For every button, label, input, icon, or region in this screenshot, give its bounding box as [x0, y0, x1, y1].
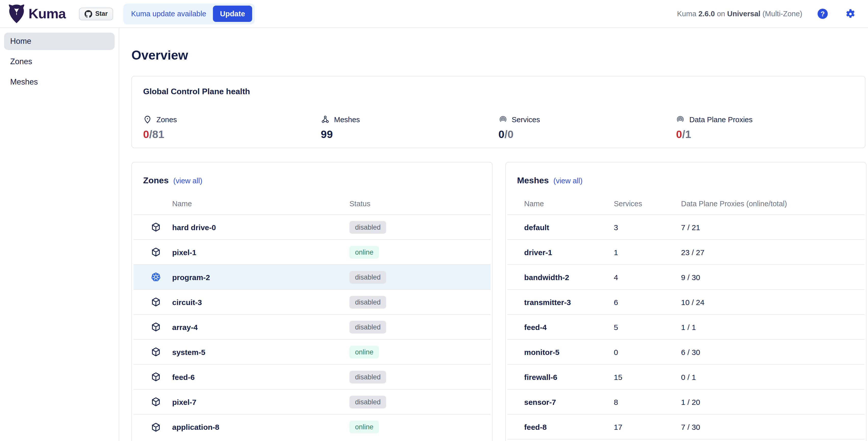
- zone-status-cell: disabled: [349, 295, 386, 308]
- zone-row-icon-cell: [151, 347, 172, 357]
- zone-row[interactable]: application-8online: [133, 414, 491, 439]
- mesh-name-link[interactable]: default: [524, 223, 614, 231]
- mesh-proxies-count: 10 / 24: [681, 297, 864, 306]
- zone-row[interactable]: pixel-1online: [133, 240, 491, 265]
- kubernetes-icon: [151, 272, 161, 282]
- status-badge: online: [349, 246, 379, 258]
- kuma-logo-icon: [8, 4, 25, 24]
- zone-row[interactable]: system-5online: [133, 340, 491, 365]
- mesh-proxies-count: 9 / 30: [681, 273, 864, 281]
- zone-status-cell: disabled: [349, 271, 386, 283]
- health-stat-value: 0/0: [498, 128, 676, 140]
- health-stat-label: Meshes: [321, 115, 499, 124]
- settings-button[interactable]: [845, 8, 856, 19]
- mesh-row[interactable]: driver-1123 / 27: [507, 240, 864, 265]
- health-stat-value-part: 0: [676, 128, 682, 140]
- zone-name-link[interactable]: pixel-7: [172, 398, 349, 406]
- mesh-name-link[interactable]: feed-8: [524, 422, 614, 431]
- sidebar-item-zones[interactable]: Zones: [4, 53, 115, 70]
- sidebar-item-home[interactable]: Home: [4, 33, 115, 50]
- mesh-row[interactable]: bandwidth-249 / 30: [507, 265, 864, 290]
- page-title: Overview: [131, 46, 865, 64]
- mesh-name-link[interactable]: driver-1: [524, 248, 614, 256]
- zone-row-icon-cell: [151, 322, 172, 332]
- github-icon: [85, 10, 92, 18]
- mesh-network-icon: [321, 115, 330, 124]
- mesh-proxies-count: 1 / 20: [681, 398, 864, 406]
- mesh-name-link[interactable]: bandwidth-2: [524, 273, 614, 281]
- cube-icon: [151, 347, 161, 357]
- mesh-row[interactable]: transmitter-3610 / 24: [507, 290, 864, 315]
- mesh-row[interactable]: firewall-6150 / 1: [507, 365, 864, 389]
- mesh-services-count: 1: [614, 248, 681, 256]
- sidebar-item-meshes[interactable]: Meshes: [4, 73, 115, 91]
- zone-row[interactable]: hard drive-0disabled: [133, 215, 491, 240]
- version-number: 2.6.0: [699, 10, 715, 18]
- mesh-row[interactable]: feed-8177 / 30: [507, 414, 864, 439]
- mesh-row[interactable]: default37 / 21: [507, 215, 864, 240]
- health-stat-label-text: Zones: [156, 115, 177, 124]
- health-card-title: Global Control Plane health: [143, 87, 854, 97]
- health-stat-label-text: Meshes: [334, 115, 360, 124]
- update-available-link[interactable]: Kuma update available: [131, 10, 206, 18]
- zone-row[interactable]: pixel-7disabled: [133, 389, 491, 414]
- health-stat-value-part: /1: [682, 128, 691, 140]
- health-stat: Meshes99: [321, 115, 499, 140]
- zone-status-cell: disabled: [349, 396, 386, 408]
- kuma-gui-app: Kuma Star Kuma update available Update K…: [0, 0, 868, 441]
- mesh-name-link[interactable]: transmitter-3: [524, 297, 614, 306]
- zones-card-title: Zones: [143, 176, 168, 186]
- meshes-table-body: default37 / 21driver-1123 / 27bandwidth-…: [506, 215, 866, 439]
- cube-icon: [151, 297, 161, 307]
- mesh-name-link[interactable]: firewall-6: [524, 373, 614, 381]
- zone-row[interactable]: array-4disabled: [133, 315, 491, 340]
- zone-row-icon-cell: [151, 372, 172, 382]
- zone-row[interactable]: feed-6disabled: [133, 365, 491, 389]
- github-star-button[interactable]: Star: [79, 7, 113, 20]
- help-button[interactable]: ?: [817, 9, 828, 19]
- mesh-services-count: 17: [614, 422, 681, 431]
- zones-status-column-header: Status: [349, 200, 491, 208]
- mesh-services-count: 15: [614, 373, 681, 381]
- meshes-card: Meshes (view all) Name Services Data Pla…: [505, 162, 866, 441]
- meshes-view-all-link[interactable]: (view all): [554, 177, 583, 185]
- mesh-row[interactable]: monitor-506 / 30: [507, 340, 864, 365]
- top-nav-bar: Kuma Star Kuma update available Update K…: [0, 0, 868, 28]
- zone-name-link[interactable]: circuit-3: [172, 297, 349, 306]
- cube-icon: [151, 247, 161, 257]
- zone-name-link[interactable]: pixel-1: [172, 248, 349, 256]
- zone-status-cell: online: [349, 421, 379, 433]
- mesh-row[interactable]: feed-451 / 1: [507, 315, 864, 340]
- zone-row-icon-cell: [151, 222, 172, 232]
- github-star-label: Star: [95, 10, 108, 17]
- health-stat-value: 0/1: [676, 128, 854, 140]
- service-rings-icon: [676, 115, 685, 124]
- sidebar: HomeZonesMeshes: [0, 28, 119, 441]
- zones-view-all-link[interactable]: (view all): [173, 177, 202, 185]
- update-notification-bar: Kuma update available Update: [124, 3, 255, 24]
- cube-icon: [151, 397, 161, 407]
- mesh-services-count: 3: [614, 223, 681, 231]
- update-button[interactable]: Update: [213, 6, 252, 22]
- meshes-services-column-header: Services: [614, 200, 681, 208]
- brand[interactable]: Kuma: [8, 4, 66, 24]
- zone-name-link[interactable]: program-2: [172, 273, 349, 281]
- mesh-row[interactable]: sensor-781 / 20: [507, 389, 864, 414]
- zone-name-link[interactable]: array-4: [172, 323, 349, 331]
- health-stat-value: 0/81: [143, 128, 321, 140]
- version-info: Kuma 2.6.0 on Universal (Multi-Zone): [677, 10, 802, 18]
- zone-row[interactable]: program-2disabled: [133, 265, 491, 290]
- version-on-label: on: [717, 10, 725, 18]
- zone-name-link[interactable]: hard drive-0: [172, 223, 349, 231]
- zone-name-link[interactable]: feed-6: [172, 373, 349, 381]
- zone-row-icon-cell: [151, 397, 172, 407]
- mesh-name-link[interactable]: feed-4: [524, 323, 614, 331]
- zones-card: Zones (view all) Name Status hard drive-…: [131, 162, 493, 441]
- zone-row-icon-cell: [151, 272, 172, 282]
- mesh-name-link[interactable]: monitor-5: [524, 348, 614, 356]
- zone-name-link[interactable]: application-8: [172, 423, 349, 431]
- health-stats: Zones0/81 Meshes99 Services0/0 Data Plan…: [143, 115, 854, 140]
- mesh-name-link[interactable]: sensor-7: [524, 398, 614, 406]
- zone-row[interactable]: circuit-3disabled: [133, 290, 491, 315]
- zone-name-link[interactable]: system-5: [172, 348, 349, 356]
